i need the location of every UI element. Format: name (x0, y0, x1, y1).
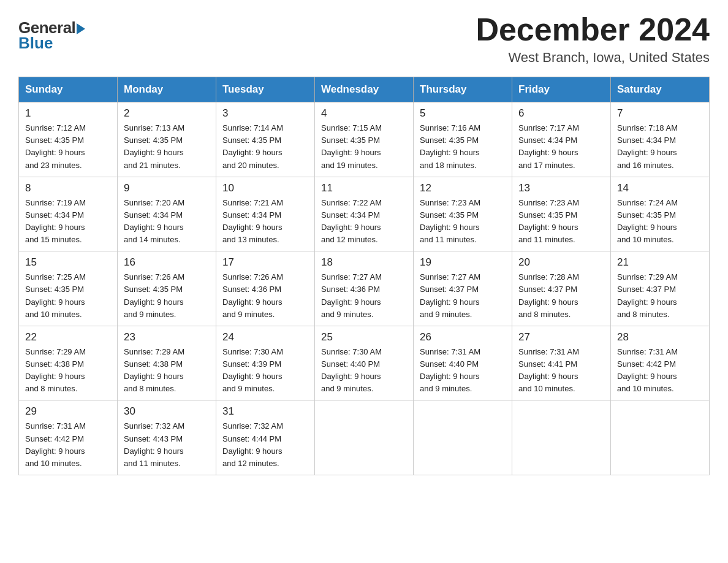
day-info: Sunrise: 7:26 AMSunset: 4:35 PMDaylight:… (124, 271, 210, 321)
logo-arrow-icon (77, 23, 85, 34)
table-row: 18 Sunrise: 7:27 AMSunset: 4:36 PMDaylig… (315, 251, 414, 326)
day-number: 7 (617, 107, 703, 120)
table-row: 1 Sunrise: 7:12 AMSunset: 4:35 PMDayligh… (19, 102, 118, 177)
table-row (611, 400, 710, 475)
table-row: 30 Sunrise: 7:32 AMSunset: 4:43 PMDaylig… (118, 400, 216, 475)
day-info: Sunrise: 7:32 AMSunset: 4:44 PMDaylight:… (222, 420, 308, 470)
day-info: Sunrise: 7:25 AMSunset: 4:35 PMDaylight:… (25, 271, 111, 321)
table-row: 8 Sunrise: 7:19 AMSunset: 4:34 PMDayligh… (19, 177, 118, 251)
day-info: Sunrise: 7:30 AMSunset: 4:40 PMDaylight:… (321, 346, 407, 396)
day-number: 28 (617, 331, 703, 343)
day-info: Sunrise: 7:31 AMSunset: 4:40 PMDaylight:… (420, 346, 506, 396)
day-number: 30 (124, 405, 210, 418)
day-info: Sunrise: 7:27 AMSunset: 4:37 PMDaylight:… (420, 271, 506, 321)
table-row: 11 Sunrise: 7:22 AMSunset: 4:34 PMDaylig… (315, 177, 414, 251)
day-info: Sunrise: 7:22 AMSunset: 4:34 PMDaylight:… (321, 197, 407, 247)
day-number: 21 (617, 256, 703, 269)
page-header: General Blue December 2024 West Branch, … (18, 12, 710, 66)
table-row: 12 Sunrise: 7:23 AMSunset: 4:35 PMDaylig… (414, 177, 512, 251)
day-number: 24 (222, 331, 308, 343)
day-info: Sunrise: 7:30 AMSunset: 4:39 PMDaylight:… (222, 346, 308, 396)
header-monday: Monday (118, 77, 216, 102)
day-number: 12 (420, 182, 506, 194)
day-number: 16 (124, 256, 210, 269)
day-number: 20 (518, 256, 604, 269)
day-info: Sunrise: 7:29 AMSunset: 4:38 PMDaylight:… (124, 346, 210, 396)
title-area: December 2024 West Branch, Iowa, United … (476, 12, 710, 66)
table-row: 16 Sunrise: 7:26 AMSunset: 4:35 PMDaylig… (118, 251, 216, 326)
day-info: Sunrise: 7:31 AMSunset: 4:42 PMDaylight:… (617, 346, 703, 396)
table-row: 21 Sunrise: 7:29 AMSunset: 4:37 PMDaylig… (611, 251, 710, 326)
table-row: 13 Sunrise: 7:23 AMSunset: 4:35 PMDaylig… (512, 177, 611, 251)
table-row: 24 Sunrise: 7:30 AMSunset: 4:39 PMDaylig… (216, 326, 315, 400)
calendar-week-row: 8 Sunrise: 7:19 AMSunset: 4:34 PMDayligh… (19, 177, 710, 251)
day-number: 27 (518, 331, 604, 343)
header-tuesday: Tuesday (216, 77, 315, 102)
table-row: 22 Sunrise: 7:29 AMSunset: 4:38 PMDaylig… (19, 326, 118, 400)
header-thursday: Thursday (414, 77, 512, 102)
day-number: 22 (25, 331, 111, 343)
day-info: Sunrise: 7:18 AMSunset: 4:34 PMDaylight:… (617, 122, 703, 172)
day-number: 10 (222, 182, 308, 194)
day-info: Sunrise: 7:20 AMSunset: 4:34 PMDaylight:… (124, 197, 210, 247)
day-info: Sunrise: 7:29 AMSunset: 4:37 PMDaylight:… (617, 271, 703, 321)
day-info: Sunrise: 7:15 AMSunset: 4:35 PMDaylight:… (321, 122, 407, 172)
day-number: 15 (25, 256, 111, 269)
table-row: 17 Sunrise: 7:26 AMSunset: 4:36 PMDaylig… (216, 251, 315, 326)
table-row: 5 Sunrise: 7:16 AMSunset: 4:35 PMDayligh… (414, 102, 512, 177)
calendar-week-row: 29 Sunrise: 7:31 AMSunset: 4:42 PMDaylig… (19, 400, 710, 475)
header-sunday: Sunday (19, 77, 118, 102)
logo-blue-text: Blue (18, 34, 53, 53)
calendar-week-row: 1 Sunrise: 7:12 AMSunset: 4:35 PMDayligh… (19, 102, 710, 177)
table-row (315, 400, 414, 475)
day-number: 14 (617, 182, 703, 194)
day-number: 29 (25, 405, 111, 418)
table-row (512, 400, 611, 475)
day-number: 8 (25, 182, 111, 194)
day-info: Sunrise: 7:17 AMSunset: 4:34 PMDaylight:… (518, 122, 604, 172)
day-number: 13 (518, 182, 604, 194)
day-info: Sunrise: 7:19 AMSunset: 4:34 PMDaylight:… (25, 197, 111, 247)
day-number: 17 (222, 256, 308, 269)
day-info: Sunrise: 7:28 AMSunset: 4:37 PMDaylight:… (518, 271, 604, 321)
day-info: Sunrise: 7:23 AMSunset: 4:35 PMDaylight:… (420, 197, 506, 247)
day-number: 19 (420, 256, 506, 269)
day-number: 1 (25, 107, 111, 120)
table-row: 6 Sunrise: 7:17 AMSunset: 4:34 PMDayligh… (512, 102, 611, 177)
table-row: 9 Sunrise: 7:20 AMSunset: 4:34 PMDayligh… (118, 177, 216, 251)
table-row: 20 Sunrise: 7:28 AMSunset: 4:37 PMDaylig… (512, 251, 611, 326)
table-row: 19 Sunrise: 7:27 AMSunset: 4:37 PMDaylig… (414, 251, 512, 326)
day-info: Sunrise: 7:24 AMSunset: 4:35 PMDaylight:… (617, 197, 703, 247)
table-row: 3 Sunrise: 7:14 AMSunset: 4:35 PMDayligh… (216, 102, 315, 177)
day-info: Sunrise: 7:26 AMSunset: 4:36 PMDaylight:… (222, 271, 308, 321)
table-row: 15 Sunrise: 7:25 AMSunset: 4:35 PMDaylig… (19, 251, 118, 326)
day-number: 11 (321, 182, 407, 194)
day-number: 9 (124, 182, 210, 194)
table-row: 10 Sunrise: 7:21 AMSunset: 4:34 PMDaylig… (216, 177, 315, 251)
table-row: 14 Sunrise: 7:24 AMSunset: 4:35 PMDaylig… (611, 177, 710, 251)
day-info: Sunrise: 7:27 AMSunset: 4:36 PMDaylight:… (321, 271, 407, 321)
day-info: Sunrise: 7:14 AMSunset: 4:35 PMDaylight:… (222, 122, 308, 172)
logo: General Blue (18, 18, 85, 53)
day-number: 31 (222, 405, 308, 418)
day-info: Sunrise: 7:13 AMSunset: 4:35 PMDaylight:… (124, 122, 210, 172)
table-row: 25 Sunrise: 7:30 AMSunset: 4:40 PMDaylig… (315, 326, 414, 400)
calendar-week-row: 15 Sunrise: 7:25 AMSunset: 4:35 PMDaylig… (19, 251, 710, 326)
day-info: Sunrise: 7:31 AMSunset: 4:41 PMDaylight:… (518, 346, 604, 396)
table-row: 23 Sunrise: 7:29 AMSunset: 4:38 PMDaylig… (118, 326, 216, 400)
day-number: 23 (124, 331, 210, 343)
header-wednesday: Wednesday (315, 77, 414, 102)
table-row (414, 400, 512, 475)
calendar-table: Sunday Monday Tuesday Wednesday Thursday… (18, 77, 710, 475)
day-info: Sunrise: 7:16 AMSunset: 4:35 PMDaylight:… (420, 122, 506, 172)
table-row: 28 Sunrise: 7:31 AMSunset: 4:42 PMDaylig… (611, 326, 710, 400)
table-row: 7 Sunrise: 7:18 AMSunset: 4:34 PMDayligh… (611, 102, 710, 177)
table-row: 2 Sunrise: 7:13 AMSunset: 4:35 PMDayligh… (118, 102, 216, 177)
day-info: Sunrise: 7:29 AMSunset: 4:38 PMDaylight:… (25, 346, 111, 396)
table-row: 4 Sunrise: 7:15 AMSunset: 4:35 PMDayligh… (315, 102, 414, 177)
table-row: 26 Sunrise: 7:31 AMSunset: 4:40 PMDaylig… (414, 326, 512, 400)
table-row: 31 Sunrise: 7:32 AMSunset: 4:44 PMDaylig… (216, 400, 315, 475)
day-number: 26 (420, 331, 506, 343)
calendar-week-row: 22 Sunrise: 7:29 AMSunset: 4:38 PMDaylig… (19, 326, 710, 400)
day-number: 5 (420, 107, 506, 120)
